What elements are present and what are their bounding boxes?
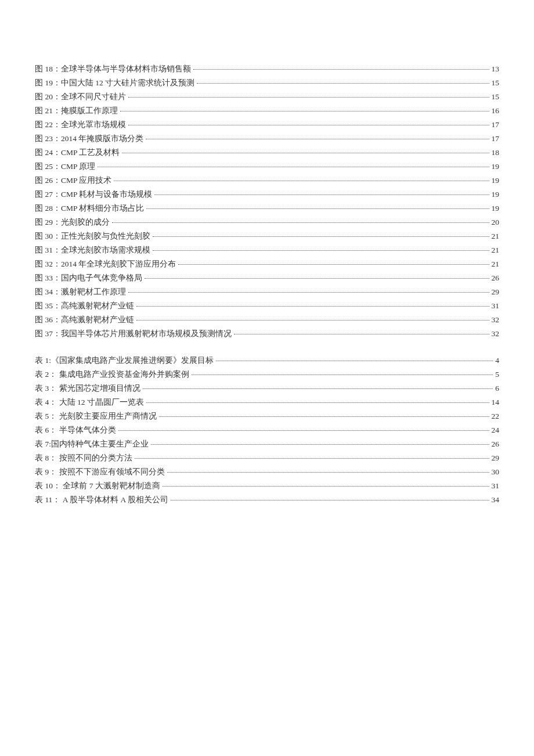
toc-entry-page: 32: [492, 315, 500, 325]
toc-entry-label: 表 5： 光刻胶主要应用生产商情况: [35, 411, 157, 422]
toc-entry-page: 13: [492, 64, 500, 74]
toc-entry-page: 19: [492, 162, 500, 171]
table-toc-entry: 表 9： 按照不下游应有领域不同分类 30: [35, 467, 499, 477]
toc-entry-label: 表 3： 紫光国芯定增项目情况: [35, 383, 140, 394]
toc-entry-label: 图 31：全球光刻胶市场需求规模: [35, 245, 150, 255]
figure-toc-entry: 图 37：我国半导体芯片用溅射靶材市场规模及预测情况 32: [35, 329, 499, 339]
figure-toc-entry: 图 25：CMP 原理 19: [35, 161, 499, 172]
toc-entry-page: 19: [492, 190, 500, 199]
toc-entry-page: 16: [492, 106, 500, 116]
toc-entry-label: 图 34：溅射靶材工作原理: [35, 287, 126, 297]
toc-leader-dots: [118, 430, 489, 431]
toc-leader-dots: [128, 125, 489, 125]
toc-leader-dots: [114, 181, 489, 181]
toc-entry-label: 表 4： 大陆 12 寸晶圆厂一览表: [35, 397, 144, 408]
tables-list: 表 1:《国家集成电路产业发展推进纲要》发展目标 4表 2： 集成电路产业投资基…: [35, 355, 499, 505]
toc-entry-page: 26: [492, 273, 500, 283]
toc-leader-dots: [135, 458, 489, 459]
toc-leader-dots: [153, 236, 489, 237]
toc-leader-dots: [128, 292, 489, 293]
table-toc-entry: 表 8： 按照不同的分类方法 29: [35, 453, 499, 463]
toc-leader-dots: [154, 195, 489, 195]
toc-entry-label: 图 35：高纯溅射靶材产业链: [35, 301, 134, 311]
toc-leader-dots: [112, 222, 489, 223]
toc-entry-page: 21: [492, 232, 500, 241]
toc-leader-dots: [163, 486, 489, 487]
toc-entry-label: 图 27：CMP 耗材与设备市场规模: [35, 189, 152, 200]
toc-entry-page: 17: [492, 120, 500, 129]
toc-entry-page: 20: [492, 218, 500, 227]
toc-entry-label: 图 37：我国半导体芯片用溅射靶材市场规模及预测情况: [35, 329, 232, 339]
toc-entry-page: 15: [492, 78, 500, 88]
toc-entry-page: 29: [492, 453, 500, 463]
table-toc-entry: 表 11： A 股半导体材料 A 股相关公司 34: [35, 495, 499, 505]
table-toc-entry: 表 5： 光刻胶主要应用生产商情况 22: [35, 411, 499, 422]
toc-leader-dots: [146, 139, 489, 139]
toc-entry-page: 26: [492, 440, 500, 449]
toc-leader-dots: [197, 83, 489, 84]
table-toc-entry: 表 2： 集成电路产业投资基金海外并购案例 5: [35, 369, 499, 380]
toc-leader-dots: [216, 361, 493, 361]
toc-entry-page: 31: [492, 481, 500, 491]
figure-toc-entry: 图 21：掩膜版工作原理 16: [35, 106, 499, 116]
toc-entry-page: 21: [492, 260, 500, 269]
toc-entry-label: 图 19：中国大陆 12 寸大硅片需求统计及预测: [35, 78, 194, 88]
figure-toc-entry: 图 31：全球光刻胶市场需求规模 21: [35, 245, 499, 255]
toc-entry-page: 6: [495, 384, 499, 393]
toc-entry-label: 表 10： 全球前 7 大溅射靶材制造商: [35, 481, 160, 491]
toc-entry-label: 图 20：全球不同尺寸硅片: [35, 92, 126, 102]
toc-entry-label: 图 30：正性光刻胶与负性光刻胶: [35, 231, 150, 242]
toc-entry-page: 15: [492, 92, 500, 102]
toc-entry-page: 14: [492, 398, 500, 407]
toc-entry-label: 图 21：掩膜版工作原理: [35, 106, 118, 116]
toc-entry-label: 图 33：国内电子气体竞争格局: [35, 273, 142, 283]
table-of-contents: 图 18：全球半导体与半导体材料市场销售额 13图 19：中国大陆 12 寸大硅…: [35, 64, 499, 505]
table-toc-entry: 表 10： 全球前 7 大溅射靶材制造商 31: [35, 481, 499, 491]
figure-toc-entry: 图 30：正性光刻胶与负性光刻胶 21: [35, 231, 499, 242]
figures-list: 图 18：全球半导体与半导体材料市场销售额 13图 19：中国大陆 12 寸大硅…: [35, 64, 499, 339]
toc-entry-label: 图 36：高纯溅射靶材产业链: [35, 315, 134, 325]
toc-leader-dots: [153, 250, 489, 251]
toc-entry-label: 表 2： 集成电路产业投资基金海外并购案例: [35, 369, 189, 380]
toc-entry-page: 32: [492, 329, 500, 339]
figure-toc-entry: 图 36：高纯溅射靶材产业链 32: [35, 315, 499, 325]
table-toc-entry: 表 4： 大陆 12 寸晶圆厂一览表 14: [35, 397, 499, 408]
toc-entry-page: 21: [492, 246, 500, 255]
toc-leader-dots: [167, 472, 489, 473]
figure-toc-entry: 图 18：全球半导体与半导体材料市场销售额 13: [35, 64, 499, 74]
toc-leader-dots: [159, 416, 489, 417]
figure-toc-entry: 图 23：2014 年掩膜版市场分类 17: [35, 134, 499, 144]
toc-leader-dots: [193, 69, 489, 70]
toc-entry-label: 图 18：全球半导体与半导体材料市场销售额: [35, 64, 191, 74]
toc-entry-label: 表 11： A 股半导体材料 A 股相关公司: [35, 495, 168, 505]
toc-entry-page: 17: [492, 134, 500, 143]
table-toc-entry: 表 6： 半导体气体分类 24: [35, 425, 499, 435]
toc-leader-dots: [234, 334, 489, 334]
toc-entry-label: 图 29：光刻胶的成分: [35, 217, 110, 228]
figure-toc-entry: 图 28：CMP 材料细分市场占比 19: [35, 203, 499, 214]
figure-toc-entry: 图 34：溅射靶材工作原理 29: [35, 287, 499, 297]
toc-entry-label: 图 26：CMP 应用技术: [35, 175, 111, 186]
toc-entry-page: 19: [492, 176, 500, 185]
toc-leader-dots: [178, 264, 489, 265]
toc-entry-page: 24: [492, 426, 500, 435]
figure-toc-entry: 图 29：光刻胶的成分 20: [35, 217, 499, 228]
toc-entry-label: 图 24：CMP 工艺及材料: [35, 147, 120, 158]
toc-entry-label: 图 32：2014 年全球光刻胶下游应用分布: [35, 259, 176, 269]
toc-entry-label: 表 1:《国家集成电路产业发展推进纲要》发展目标: [35, 355, 214, 366]
toc-entry-label: 表 8： 按照不同的分类方法: [35, 453, 132, 463]
toc-leader-dots: [136, 320, 489, 321]
figure-toc-entry: 图 20：全球不同尺寸硅片 15: [35, 92, 499, 102]
toc-entry-page: 30: [492, 467, 500, 477]
toc-entry-page: 4: [495, 356, 499, 365]
toc-entry-label: 表 9： 按照不下游应有领域不同分类: [35, 467, 165, 477]
figure-toc-entry: 图 19：中国大陆 12 寸大硅片需求统计及预测 15: [35, 78, 499, 88]
toc-leader-dots: [146, 208, 489, 209]
table-toc-entry: 表 1:《国家集成电路产业发展推进纲要》发展目标 4: [35, 355, 499, 366]
toc-leader-dots: [98, 167, 489, 167]
table-toc-entry: 表 3： 紫光国芯定增项目情况 6: [35, 383, 499, 394]
toc-entry-label: 图 22：全球光罩市场规模: [35, 120, 126, 130]
toc-entry-page: 18: [492, 148, 500, 157]
toc-leader-dots: [136, 306, 489, 307]
figure-toc-entry: 图 32：2014 年全球光刻胶下游应用分布 21: [35, 259, 499, 269]
